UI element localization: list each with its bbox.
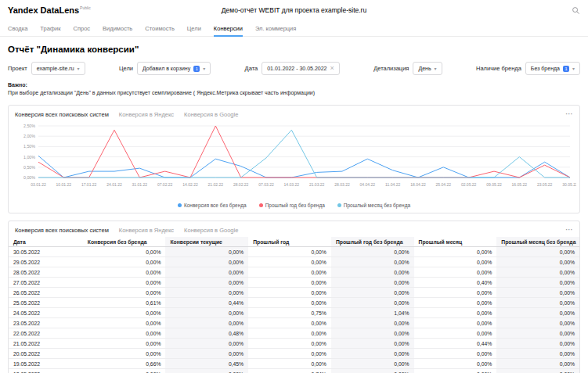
- x-tick-label: 14.03.22: [284, 182, 300, 187]
- x-tick-label: 02.05.22: [461, 182, 477, 187]
- x-tick-label: 11.04.22: [385, 182, 400, 187]
- filter-value: example-site.ru: [37, 66, 74, 71]
- nav-tab-5[interactable]: Цели: [187, 20, 201, 36]
- conversion-chart: 0,00%0,50%1,00%1,50%2,00%2,50%03.01.2210…: [9, 121, 579, 201]
- legend-item-1[interactable]: Прошлый год без бренда: [259, 203, 325, 208]
- nav-tab-0[interactable]: Сводка: [8, 20, 27, 36]
- table-row: 27.05.20220,00%0,00%0,00%0,00%0,40%0,00%: [9, 278, 579, 288]
- date-cell: 21.05.2022: [9, 339, 83, 349]
- date-cell: 23.05.2022: [9, 318, 83, 328]
- x-tick-label: 03.01.22: [31, 182, 46, 187]
- filter-value: Без бренда: [531, 66, 560, 71]
- date-cell: 27.05.2022: [9, 278, 83, 288]
- value-cell: 0,75%: [248, 308, 331, 318]
- filter-label: Детализация: [373, 65, 409, 72]
- chart-card-tabs: Конверсия всех поисковых системКонверсия…: [9, 106, 579, 121]
- value-cell: 0,00%: [331, 369, 414, 373]
- nav-tab-4[interactable]: Стоимость: [145, 20, 175, 36]
- filter-value: Добавил в корзину: [142, 66, 190, 71]
- date-cell: 18.05.2022: [9, 369, 83, 373]
- value-cell: 0,00%: [414, 318, 497, 328]
- card-menu-button[interactable]: ⋯: [565, 226, 573, 234]
- legend-label: Прошлый месяц без бренда: [344, 203, 410, 208]
- value-cell: 0,44%: [165, 298, 248, 308]
- value-cell: 0,00%: [83, 247, 166, 257]
- value-cell: 0,00%: [496, 359, 579, 369]
- x-tick-label: 25.04.22: [436, 182, 452, 187]
- column-header-3[interactable]: Прошлый год: [248, 237, 331, 247]
- column-header-2[interactable]: Конверсии текущие: [165, 237, 248, 247]
- value-cell: 0,66%: [83, 359, 166, 369]
- column-header-1[interactable]: Конверсия без бренда: [83, 237, 166, 247]
- filter-control-4[interactable]: Без бренда1▾: [525, 62, 580, 75]
- value-cell: 0,00%: [414, 247, 497, 257]
- column-header-4[interactable]: Прошлый год без бренда: [331, 237, 414, 247]
- legend-item-0[interactable]: Конверсия все без бренда: [178, 203, 247, 208]
- chart-tab-0[interactable]: Конверсия всех поисковых систем: [15, 111, 109, 118]
- value-cell: 0,00%: [331, 318, 414, 328]
- table-body: 30.05.20220,00%0,00%0,00%0,00%0,00%0,00%…: [9, 247, 579, 373]
- filter-label: Цели: [119, 65, 133, 72]
- table-row: 26.05.20220,00%0,00%0,00%0,00%0,00%0,00%: [9, 288, 579, 298]
- chart-tab-1[interactable]: Конверсия в Яндекс: [119, 111, 174, 118]
- chart-card: Конверсия всех поисковых системКонверсия…: [8, 105, 580, 213]
- x-tick-label: 18.04.22: [410, 182, 426, 187]
- column-header-5[interactable]: Прошлый месяц: [414, 237, 497, 247]
- value-cell: 0,00%: [496, 247, 579, 257]
- nav-tab-6[interactable]: Конверсии: [214, 20, 243, 36]
- value-cell: 0,00%: [414, 257, 497, 267]
- notice-block: Важно: При выборе детализации "День" в д…: [8, 82, 580, 95]
- chevron-down-icon: ▾: [203, 66, 205, 71]
- report-nav-tabs: СводкаТрафикСпросВидимостьСтоимостьЦелиК…: [0, 20, 588, 37]
- table-tab-2[interactable]: Конверсия в Google: [184, 227, 238, 234]
- filter-control-3[interactable]: День▾: [413, 62, 442, 75]
- value-cell: 0,00%: [496, 267, 579, 278]
- chevron-down-icon: ▾: [435, 66, 437, 71]
- value-cell: 0,00%: [165, 308, 248, 318]
- value-cell: 0,00%: [496, 288, 579, 298]
- card-menu-button[interactable]: ⋯: [565, 110, 573, 118]
- filter-value: День: [418, 66, 431, 71]
- value-cell: 0,00%: [331, 267, 414, 278]
- nav-tab-3[interactable]: Видимость: [103, 20, 132, 36]
- value-cell: 0,00%: [331, 288, 414, 298]
- table-header: ДатаКонверсия без брендаКонверсии текущи…: [9, 237, 579, 247]
- filter-control-0[interactable]: example-site.ru▾: [31, 62, 85, 75]
- date-cell: 25.05.2022: [9, 298, 83, 308]
- x-tick-label: 23.05.22: [537, 182, 553, 187]
- filter-control-1[interactable]: Добавил в корзину1▾: [137, 62, 211, 75]
- filter-count-badge: 1: [563, 66, 569, 72]
- value-cell: 0,00%: [83, 257, 166, 267]
- value-cell: 0,00%: [414, 288, 497, 298]
- series-line-0: [38, 156, 570, 178]
- chart-tab-2[interactable]: Конверсия в Google: [184, 111, 238, 118]
- value-cell: 0,00%: [248, 298, 331, 308]
- x-tick-label: 28.03.22: [334, 182, 350, 187]
- column-header-6[interactable]: Прошлый месяц без бренда: [496, 237, 579, 247]
- nav-tab-2[interactable]: Спрос: [73, 20, 90, 36]
- search-button[interactable]: [572, 6, 580, 15]
- table-tab-0[interactable]: Конверсия всех поисковых систем: [15, 227, 109, 234]
- table-row: 21.05.20220,00%0,00%0,00%0,00%0,44%0,00%: [9, 339, 579, 349]
- filter-control-2[interactable]: 01.01.2022 - 30.05.2022×: [262, 62, 340, 75]
- nav-tab-7[interactable]: Эл. коммерция: [255, 20, 296, 36]
- y-tick-label: 1,00%: [23, 155, 35, 160]
- table-tab-1[interactable]: Конверсия в Яндекс: [119, 227, 174, 234]
- x-tick-label: 30.05.22: [562, 182, 576, 187]
- legend-item-2[interactable]: Прошлый месяц без бренда: [337, 203, 410, 208]
- clear-icon[interactable]: ×: [330, 65, 334, 72]
- table-card-tabs: Конверсия всех поисковых системКонверсия…: [9, 221, 579, 237]
- x-tick-label: 04.04.22: [360, 182, 376, 187]
- filter-value: 01.01.2022 - 30.05.2022: [267, 66, 326, 71]
- value-cell: 0,00%: [331, 247, 414, 257]
- app-logo: Yandex DataLensPublic: [8, 5, 91, 15]
- value-cell: 0,00%: [414, 267, 497, 278]
- value-cell: 0,00%: [248, 288, 331, 298]
- value-cell: 0,00%: [496, 369, 579, 373]
- value-cell: 0,00%: [83, 267, 166, 278]
- column-header-0[interactable]: Дата: [9, 237, 83, 247]
- table-row: 18.05.20220,00%0,00%0,74%0,00%0,00%0,00%: [9, 369, 579, 373]
- table-row: 20.05.20220,00%0,00%0,00%0,00%0,00%0,00%: [9, 349, 579, 359]
- nav-tab-1[interactable]: Трафик: [40, 20, 60, 36]
- y-tick-label: 2,00%: [23, 134, 35, 138]
